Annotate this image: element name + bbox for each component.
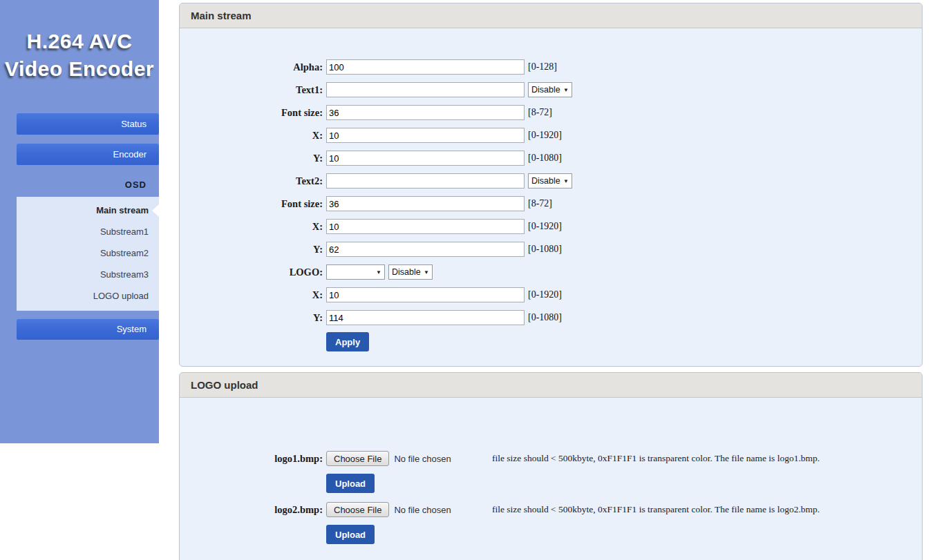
text1-input[interactable] bbox=[326, 82, 525, 97]
submenu-item-substream1[interactable]: Substream1 bbox=[17, 221, 159, 242]
main-stream-panel: Main stream Alpha: [0-128] Text1: Disabl… bbox=[179, 3, 923, 367]
alpha-input[interactable] bbox=[326, 59, 525, 75]
y3-label: Y: bbox=[180, 312, 323, 324]
logo1-row: logo1.bmp: Choose File No file chosen fi… bbox=[180, 450, 922, 467]
brand-line2: Video Encoder bbox=[0, 55, 159, 83]
logo-enable-select-wrap: Disable bbox=[388, 264, 433, 280]
y1-row: Y: [0-1080] bbox=[180, 150, 922, 166]
main-content: Main stream Alpha: [0-128] Text1: Disabl… bbox=[179, 3, 923, 560]
x2-range-hint: [0-1920] bbox=[528, 221, 562, 232]
font-size1-input[interactable] bbox=[326, 105, 525, 120]
logo1-choose-file-button[interactable]: Choose File bbox=[326, 451, 389, 466]
logo1-upload-row: Upload bbox=[180, 474, 922, 493]
logo1-no-file-text: No file chosen bbox=[394, 454, 451, 464]
x2-label: X: bbox=[180, 221, 323, 233]
x3-label: X: bbox=[180, 289, 323, 301]
y1-input[interactable] bbox=[326, 151, 525, 166]
x2-input[interactable] bbox=[326, 219, 525, 234]
brand-title: H.264 AVC Video Encoder bbox=[0, 28, 159, 83]
text1-enable-select[interactable]: Disable bbox=[528, 82, 572, 97]
logo-label: LOGO: bbox=[180, 267, 323, 278]
submenu-item-label: Main stream bbox=[96, 205, 149, 215]
logo-select[interactable] bbox=[326, 264, 385, 280]
sidebar-item-encoder[interactable]: Encoder bbox=[17, 144, 159, 165]
alpha-range-hint: [0-128] bbox=[528, 61, 557, 73]
logo-row: LOGO: Disable bbox=[180, 264, 922, 280]
font-size1-row: Font size: [8-72] bbox=[180, 104, 922, 121]
sidebar-nav: Status Encoder OSD Main stream Substream… bbox=[0, 113, 159, 340]
text1-label: Text1: bbox=[180, 84, 323, 96]
logo2-upload-button[interactable]: Upload bbox=[326, 525, 375, 544]
logo-upload-panel-title: LOGO upload bbox=[180, 373, 922, 398]
text2-enable-select[interactable]: Disable bbox=[528, 173, 572, 189]
font-size2-range-hint: [8-72] bbox=[528, 198, 552, 209]
sidebar: H.264 AVC Video Encoder Status Encoder O… bbox=[0, 0, 159, 443]
text2-input[interactable] bbox=[326, 173, 525, 189]
main-stream-form: Alpha: [0-128] Text1: Disable Font size:… bbox=[180, 28, 922, 366]
logo1-file-input: Choose File No file chosen bbox=[326, 451, 492, 466]
y3-row: Y: [0-1080] bbox=[180, 309, 922, 326]
logo2-upload-row: Upload bbox=[180, 525, 922, 544]
font-size1-range-hint: [8-72] bbox=[528, 107, 552, 118]
y3-range-hint: [0-1080] bbox=[528, 312, 562, 323]
logo2-row: logo2.bmp: Choose File No file chosen fi… bbox=[180, 501, 922, 518]
y2-range-hint: [0-1080] bbox=[528, 244, 562, 255]
x3-input[interactable] bbox=[326, 287, 525, 302]
x2-row: X: [0-1920] bbox=[180, 218, 922, 235]
text2-enable-select-wrap: Disable bbox=[528, 173, 572, 189]
y1-label: Y: bbox=[180, 153, 323, 164]
y3-input[interactable] bbox=[326, 310, 525, 325]
y2-row: Y: [0-1080] bbox=[180, 241, 922, 258]
x3-range-hint: [0-1920] bbox=[528, 289, 562, 300]
logo-select-wrap bbox=[326, 264, 385, 280]
y2-input[interactable] bbox=[326, 242, 525, 257]
text1-row: Text1: Disable bbox=[180, 81, 922, 98]
logo2-no-file-text: No file chosen bbox=[394, 505, 451, 515]
osd-submenu: Main stream Substream1 Substream2 Substr… bbox=[17, 197, 159, 311]
logo1-upload-button[interactable]: Upload bbox=[326, 474, 375, 493]
apply-row: Apply bbox=[180, 332, 922, 351]
active-pointer-icon bbox=[152, 204, 159, 217]
logo2-file-input: Choose File No file chosen bbox=[326, 502, 492, 517]
submenu-item-substream2[interactable]: Substream2 bbox=[17, 242, 159, 264]
font-size2-label: Font size: bbox=[180, 198, 323, 210]
logo-upload-panel: LOGO upload logo1.bmp: Choose File No fi… bbox=[179, 372, 923, 560]
y2-label: Y: bbox=[180, 244, 323, 255]
x1-label: X: bbox=[180, 130, 323, 142]
text2-label: Text2: bbox=[180, 175, 323, 187]
logo2-note: file size should < 500kbyte, 0xF1F1F1 is… bbox=[492, 504, 820, 515]
logo-enable-select[interactable]: Disable bbox=[388, 264, 433, 280]
submenu-item-substream3[interactable]: Substream3 bbox=[17, 264, 159, 285]
x3-row: X: [0-1920] bbox=[180, 287, 922, 303]
text1-enable-select-wrap: Disable bbox=[528, 82, 572, 97]
font-size2-input[interactable] bbox=[326, 196, 525, 211]
sidebar-item-system[interactable]: System bbox=[17, 319, 159, 340]
x1-range-hint: [0-1920] bbox=[528, 130, 562, 141]
logo2-choose-file-button[interactable]: Choose File bbox=[326, 502, 389, 517]
logo-upload-form: logo1.bmp: Choose File No file chosen fi… bbox=[180, 398, 922, 560]
osd-section-label: OSD bbox=[0, 180, 147, 190]
logo2-label: logo2.bmp: bbox=[180, 504, 323, 516]
logo1-note: file size should < 500kbyte, 0xF1F1F1 is… bbox=[492, 453, 820, 464]
font-size2-row: Font size: [8-72] bbox=[180, 195, 922, 212]
logo1-label: logo1.bmp: bbox=[180, 453, 323, 465]
brand-line1: H.264 AVC bbox=[0, 28, 159, 55]
submenu-item-logo-upload[interactable]: LOGO upload bbox=[17, 285, 159, 307]
apply-button[interactable]: Apply bbox=[326, 332, 369, 351]
submenu-item-main-stream[interactable]: Main stream bbox=[17, 200, 159, 221]
font-size1-label: Font size: bbox=[180, 107, 323, 119]
y1-range-hint: [0-1080] bbox=[528, 153, 562, 164]
x1-input[interactable] bbox=[326, 128, 525, 143]
alpha-label: Alpha: bbox=[180, 61, 323, 73]
text2-row: Text2: Disable bbox=[180, 173, 922, 189]
alpha-row: Alpha: [0-128] bbox=[180, 59, 922, 75]
main-stream-panel-title: Main stream bbox=[180, 3, 922, 28]
x1-row: X: [0-1920] bbox=[180, 127, 922, 144]
sidebar-item-status[interactable]: Status bbox=[17, 113, 159, 135]
